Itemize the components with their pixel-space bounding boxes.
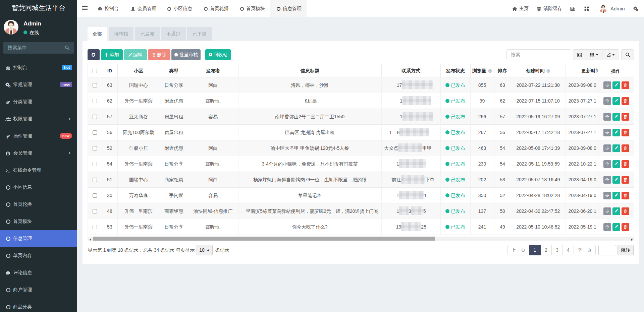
svg-text:文: 文	[573, 8, 575, 10]
svg-text:A: A	[571, 8, 573, 10]
